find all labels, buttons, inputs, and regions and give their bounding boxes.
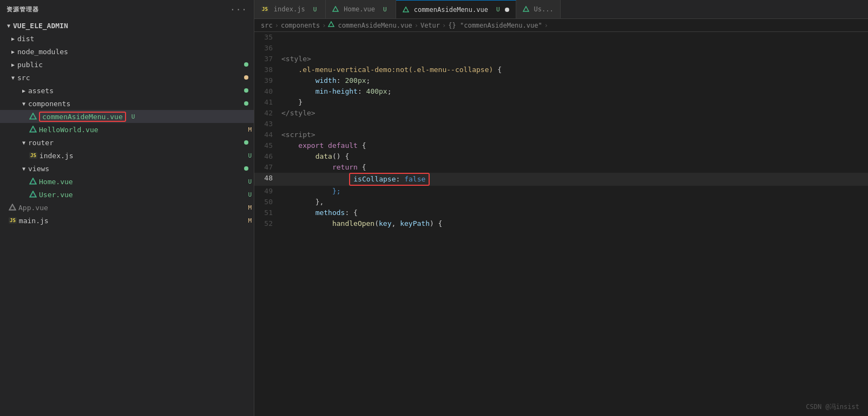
sidebar-item-commen-aside-menu[interactable]: commenAsideMenu.vue U [0,110,254,123]
sidebar-item-assets[interactable]: ▶ assets [0,84,254,97]
breadcrumb-context: {} "commenAsideMenu.vue" [448,22,542,29]
sidebar-item-src[interactable]: ▼ src [0,71,254,84]
tab-index-js-badge: U [311,6,319,13]
code-line-44: 44 <script> [254,129,868,140]
sidebar-item-node-modules[interactable]: ▶ node_modules [0,45,254,58]
code-line-41: 41 } [254,97,868,108]
code-line-51: 51 methods: { [254,207,868,218]
sidebar-item-main-js[interactable]: JS main.js M [0,214,254,227]
tab-vue-icon-user [523,6,529,12]
src-arrow-icon: ▼ [9,75,17,81]
editor-tabs: JS index.js U Home.vue U commenAsideMenu… [254,0,868,19]
code-line-37: 37 <style> [254,54,868,64]
line-num-49: 49 [254,186,281,197]
user-label: User.vue [39,191,242,199]
line-num-39: 39 [254,75,281,86]
components-arrow-icon: ▼ [19,101,28,107]
line-num-36: 36 [254,43,281,54]
line-content-47: return { [281,162,868,173]
main-js-badge: M [246,217,254,224]
tab-index-js-label: index.js [274,5,305,13]
user-badge: U [246,191,254,198]
tab-commen-label: commenAsideMenu.vue [414,6,488,14]
tab-js-icon-index: JS [261,6,269,12]
sidebar-item-app[interactable]: App.vue M [0,201,254,214]
sidebar-dots-menu[interactable]: ··· [230,4,247,15]
sidebar-item-dist[interactable]: ▶ dist [0,32,254,45]
code-line-45: 45 export default { [254,140,868,151]
line-content-44: <script> [281,129,868,140]
vue-icon-commen [29,113,37,120]
src-dot [244,75,248,80]
sidebar-item-components[interactable]: ▼ components [0,97,254,110]
sidebar-header: 资源管理器 ··· [0,0,254,19]
svg-marker-12 [523,6,529,11]
line-content-52: handleOpen(key, keyPath) { [281,218,868,229]
code-line-38: 38 .el-menu-vertical-demo:not(.el-menu--… [254,64,868,75]
line-num-46: 46 [254,151,281,162]
line-num-43: 43 [254,119,281,129]
svg-marker-10 [333,6,338,11]
sidebar-item-hello-world[interactable]: HelloWorld.vue M [0,123,254,136]
watermark: CSDN @冯insist [806,402,859,412]
tree-root[interactable]: ▼ VUE_ELE_ADMIN [0,19,254,32]
breadcrumb-sep1: › [275,22,279,29]
app-badge: M [246,204,254,211]
line-num-42: 42 [254,108,281,119]
js-icon-index: JS [29,152,37,159]
dist-label: dist [17,35,254,43]
line-num-35: 35 [254,32,281,43]
sidebar-item-user[interactable]: User.vue U [0,188,254,201]
tab-home-vue[interactable]: Home.vue U [326,0,396,18]
sidebar-item-views[interactable]: ▼ views [0,162,254,175]
vue-icon-user [29,191,37,198]
tab-commen-badge: U [494,6,502,13]
tab-commen-aside-menu[interactable]: commenAsideMenu.vue U [396,0,516,18]
editor-area: JS index.js U Home.vue U commenAsideMenu… [254,0,868,416]
public-label: public [17,61,244,69]
code-line-50: 50 }, [254,197,868,207]
tab-vue-icon-home [332,6,339,12]
breadcrumb-vue-icon [328,21,334,29]
tab-user-label: Us... [534,5,554,13]
code-line-35: 35 [254,32,868,43]
code-line-49: 49 }; [254,186,868,197]
code-line-36: 36 [254,43,868,54]
views-dot [244,166,248,171]
sidebar-title: 资源管理器 [6,5,39,14]
index-js-badge: U [246,152,254,159]
breadcrumb-sep5: › [544,22,548,29]
code-editor[interactable]: 35 36 37 <style> 38 .el-menu-vertical-de… [254,32,868,416]
tab-user-vue[interactable]: Us... [516,0,561,18]
code-line-52: 52 handleOpen(key, keyPath) { [254,218,868,229]
line-content-49: }; [281,186,868,197]
breadcrumb-src: src [261,22,273,29]
line-content-37: <style> [281,54,868,64]
line-num-37: 37 [254,54,281,64]
line-content-46: data() { [281,151,868,162]
sidebar: 资源管理器 ··· ▼ VUE_ELE_ADMIN ▶ dist ▶ node_… [0,0,254,416]
sidebar-item-public[interactable]: ▶ public [0,58,254,71]
sidebar-item-index-js[interactable]: JS index.js U [0,149,254,162]
line-content-50: }, [281,197,868,207]
tab-commen-dot [505,8,509,12]
tab-index-js[interactable]: JS index.js U [254,0,326,18]
views-label: views [28,165,244,173]
line-num-51: 51 [254,207,281,218]
breadcrumb-components: components [281,22,320,29]
line-content-38: .el-menu-vertical-demo:not(.el-menu--col… [281,64,868,75]
node-modules-label: node_modules [17,48,254,56]
node-modules-arrow-icon: ▶ [9,49,17,55]
is-collapse-highlight: isCollapse: false [349,173,430,186]
line-content-48: isCollapse: false [281,173,868,186]
vue-icon-app [9,204,16,211]
line-num-50: 50 [254,197,281,207]
code-line-40: 40 min-height: 400px; [254,86,868,97]
line-content-45: export default { [281,140,868,151]
line-num-48: 48 [254,173,281,184]
sidebar-item-router[interactable]: ▼ router [0,136,254,149]
line-num-44: 44 [254,129,281,140]
code-line-39: 39 width: 200px; [254,75,868,86]
tab-vue-icon-commen [403,6,409,13]
sidebar-item-home[interactable]: Home.vue U [0,175,254,188]
